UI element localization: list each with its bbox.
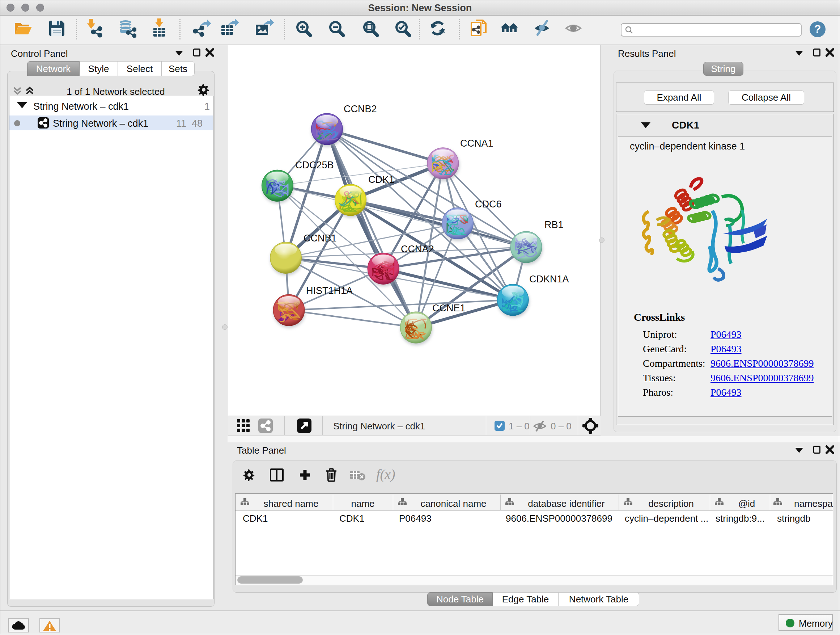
- svg-text:CDC6: CDC6: [475, 199, 502, 210]
- svg-text:CDKN1A: CDKN1A: [529, 274, 569, 285]
- svg-text:CDK1: CDK1: [368, 174, 394, 185]
- svg-text:RB1: RB1: [545, 219, 564, 230]
- svg-text:CDC25B: CDC25B: [295, 160, 334, 171]
- svg-text:CCNB2: CCNB2: [344, 103, 377, 114]
- svg-text:CCNA2: CCNA2: [401, 244, 434, 255]
- svg-text:CCNA1: CCNA1: [460, 138, 493, 149]
- svg-text:CCNB1: CCNB1: [303, 233, 337, 244]
- svg-text:CCNE1: CCNE1: [432, 302, 466, 314]
- svg-text:HIST1H1A: HIST1H1A: [306, 285, 353, 296]
